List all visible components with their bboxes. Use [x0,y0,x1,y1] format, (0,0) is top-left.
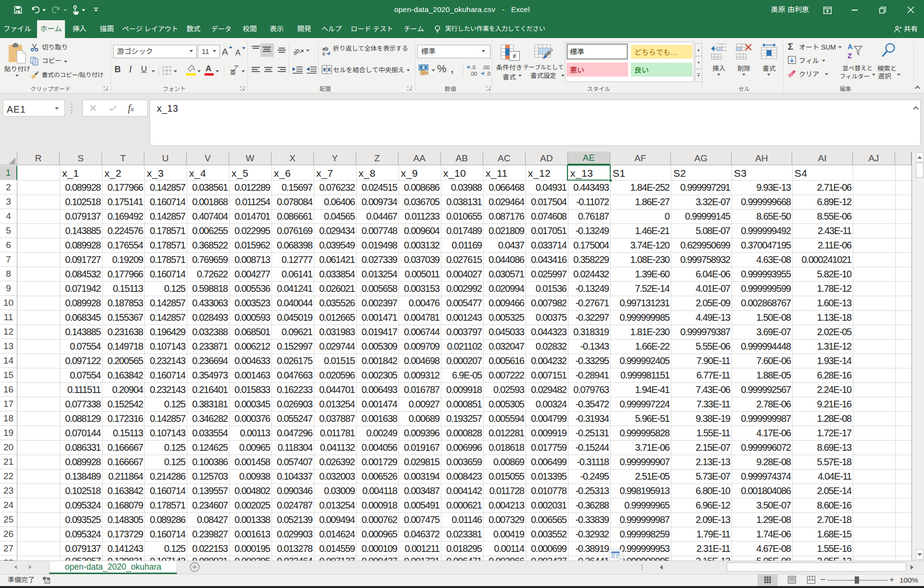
svg-text:亜: 亜 [230,68,236,76]
svg-text:ab: ab [294,47,301,56]
svg-text:A: A [222,47,228,57]
svg-text:c: c [322,51,325,56]
svg-text:.00: .00 [470,71,477,77]
svg-text:A: A [847,42,853,51]
svg-text:.00: .00 [482,65,489,70]
svg-text:.0: .0 [471,65,475,70]
svg-text:.0: .0 [486,71,490,77]
svg-text:Z: Z [847,52,852,60]
svg-text:A: A [235,49,241,57]
